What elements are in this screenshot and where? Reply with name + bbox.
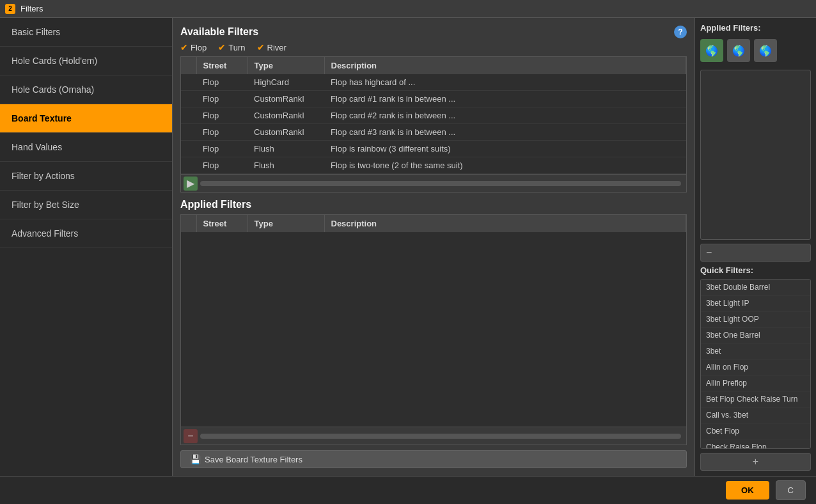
sidebar-item-hole-cards-holdem[interactable]: Hole Cards (Hold'em) <box>0 47 172 75</box>
applied-filters-header-row: Street Type Description <box>181 215 686 232</box>
cancel-button[interactable]: C <box>776 480 806 500</box>
help-button[interactable]: ? <box>674 26 687 38</box>
applied-col-indicator <box>181 215 196 232</box>
check-label-river: River <box>267 43 286 52</box>
quick-filter-list[interactable]: 3bet Double Barrel3bet Light IP3bet Ligh… <box>700 279 811 449</box>
save-filters-label: Save Board Texture Filters <box>205 455 302 464</box>
row-description: Flop is two-tone (2 of the same suit) <box>324 157 686 174</box>
save-filters-button[interactable]: 💾 Save Board Texture Filters <box>180 450 687 468</box>
row-description: Flop is rainbow (3 different suits) <box>324 141 686 157</box>
applied-col-type: Type <box>247 215 324 232</box>
sidebar-item-basic-filters[interactable]: Basic Filters <box>0 18 172 47</box>
quick-filter-item[interactable]: 3bet Light OOP <box>701 311 810 327</box>
applied-col-desc: Description <box>324 215 686 232</box>
applied-filter-box <box>700 70 811 240</box>
right-minus-button[interactable]: − <box>700 244 811 262</box>
available-filters-table-container: Street Type Description Flop HighCard Fl… <box>180 56 687 193</box>
filter-check-river[interactable]: ✔ River <box>257 42 286 52</box>
applied-filters-table-container: Street Type Description − <box>180 214 687 445</box>
add-filter-button[interactable]: ▶ <box>184 177 198 191</box>
quick-filter-item[interactable]: 3bet Double Barrel <box>701 280 810 295</box>
row-indicator-cell <box>181 107 196 124</box>
available-filters-hscroll[interactable] <box>200 181 681 186</box>
applied-filters-hscroll[interactable] <box>200 434 681 439</box>
sidebar-item-hole-cards-omaha[interactable]: Hole Cards (Omaha) <box>0 75 172 104</box>
row-type: Flush <box>247 157 324 174</box>
available-filters-header: Available Filters ? <box>180 26 687 38</box>
ok-button[interactable]: OK <box>726 481 769 500</box>
row-street: Flop <box>196 74 247 91</box>
quick-filter-item[interactable]: Check Raise Flop <box>701 439 810 449</box>
quick-filter-item[interactable]: Allin Preflop <box>701 375 810 391</box>
right-plus-button[interactable]: + <box>700 453 811 471</box>
row-street: Flop <box>196 107 247 124</box>
quick-filter-item[interactable]: 3bet One Barrel <box>701 327 810 343</box>
bottom-bar: OK C <box>0 476 816 504</box>
available-filters-header-row: Street Type Description <box>181 57 686 74</box>
check-icon-river: ✔ <box>257 42 265 52</box>
row-type: Flush <box>247 141 324 157</box>
col-desc-header: Description <box>324 57 686 74</box>
available-filters-title: Available Filters <box>180 26 258 38</box>
available-filters-bottom-bar: ▶ <box>181 174 686 192</box>
col-type-header: Type <box>247 57 324 74</box>
sidebar-item-advanced-filters[interactable]: Advanced Filters <box>0 219 172 248</box>
row-type: CustomRankI <box>247 91 324 107</box>
quick-filter-item[interactable]: 3bet <box>701 343 810 359</box>
sidebar-item-filter-by-actions[interactable]: Filter by Actions <box>0 162 172 191</box>
check-label-flop: Flop <box>191 43 207 52</box>
row-street: Flop <box>196 91 247 107</box>
available-filters-thead: Street Type Description <box>181 57 686 74</box>
quick-filter-item[interactable]: Bet Flop Check Raise Turn <box>701 391 810 407</box>
table-row[interactable]: Flop HighCard Flop has highcard of ... <box>181 74 686 91</box>
table-row[interactable]: Flop CustomRankI Flop card #2 rank is in… <box>181 107 686 124</box>
filter-check-flop[interactable]: ✔ Flop <box>180 42 207 52</box>
table-row[interactable]: Flop CustomRankI Flop card #1 rank is in… <box>181 91 686 107</box>
row-type: CustomRankI <box>247 107 324 124</box>
right-panel: Applied Filters: 🌎 🌎 🌎 − Quick Filters: … <box>694 18 816 476</box>
right-applied-label: Applied Filters: <box>700 23 811 33</box>
check-icon-turn: ✔ <box>218 42 226 52</box>
af-icon-1[interactable]: 🌎 <box>700 39 723 62</box>
af-icon-3[interactable]: 🌎 <box>754 39 777 62</box>
row-street: Flop <box>196 124 247 141</box>
remove-filter-button[interactable]: − <box>184 429 198 443</box>
row-street: Flop <box>196 157 247 174</box>
applied-col-street: Street <box>196 215 247 232</box>
row-indicator-cell <box>181 141 196 157</box>
quick-filter-item[interactable]: Cbet Flop <box>701 423 810 439</box>
row-indicator-cell <box>181 124 196 141</box>
sidebar-item-filter-by-bet-size[interactable]: Filter by Bet Size <box>0 191 172 219</box>
applied-filters-bottom-bar: − <box>181 427 686 445</box>
applied-empty-row <box>181 232 686 309</box>
row-description: Flop card #1 rank is in between ... <box>324 91 686 107</box>
main-layout: Basic FiltersHole Cards (Hold'em)Hole Ca… <box>0 18 816 476</box>
applied-filters-scroll[interactable]: Street Type Description <box>181 215 686 427</box>
center-content: Available Filters ? ✔ Flop✔ Turn✔ River … <box>173 18 694 476</box>
row-indicator-cell <box>181 157 196 174</box>
table-row[interactable]: Flop Flush Flop is two-tone (2 of the sa… <box>181 157 686 174</box>
row-description: Flop has highcard of ... <box>324 74 686 91</box>
sidebar-item-board-texture[interactable]: Board Texture <box>0 104 172 133</box>
filter-check-turn[interactable]: ✔ Turn <box>218 42 245 52</box>
row-type: CustomRankI <box>247 124 324 141</box>
applied-filters-thead: Street Type Description <box>181 215 686 232</box>
available-filters-scroll[interactable]: Street Type Description Flop HighCard Fl… <box>181 57 686 174</box>
af-icon-2[interactable]: 🌎 <box>727 39 750 62</box>
available-filters-section: Available Filters ? ✔ Flop✔ Turn✔ River … <box>180 26 687 193</box>
quick-filter-item[interactable]: Allin on Flop <box>701 359 810 375</box>
sidebar-item-hand-values[interactable]: Hand Values <box>0 133 172 162</box>
col-indicator <box>181 57 196 74</box>
applied-filters-table: Street Type Description <box>181 215 686 309</box>
title-bar: 2 Filters <box>0 0 816 18</box>
quick-filter-item[interactable]: 3bet Light IP <box>701 295 810 311</box>
quick-filters-label: Quick Filters: <box>700 265 811 275</box>
row-indicator-cell <box>181 91 196 107</box>
title-bar-text: Filters <box>20 4 43 13</box>
quick-filter-item[interactable]: Call vs. 3bet <box>701 407 810 423</box>
row-description: Flop card #3 rank is in between ... <box>324 124 686 141</box>
check-icon-flop: ✔ <box>180 42 188 52</box>
table-row[interactable]: Flop Flush Flop is rainbow (3 different … <box>181 141 686 157</box>
row-description: Flop card #2 rank is in between ... <box>324 107 686 124</box>
table-row[interactable]: Flop CustomRankI Flop card #3 rank is in… <box>181 124 686 141</box>
